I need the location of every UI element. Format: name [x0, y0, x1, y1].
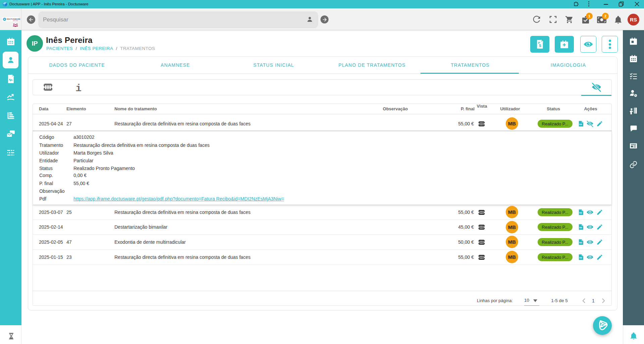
- svg-text:PDF: PDF: [579, 227, 582, 229]
- svg-text:PDF: PDF: [579, 242, 582, 244]
- svg-text:$: $: [539, 43, 541, 48]
- svg-text:PDF: PDF: [579, 212, 582, 214]
- svg-text:PDF: PDF: [579, 257, 582, 259]
- svg-text:PDF: PDF: [579, 124, 582, 125]
